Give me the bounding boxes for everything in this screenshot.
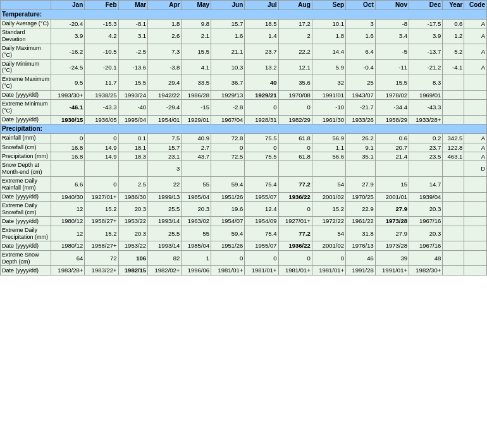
- cell-value: 1954/09: [245, 217, 278, 226]
- cell-value: 1973/28: [375, 241, 409, 250]
- cell-value: 0: [211, 143, 245, 152]
- cell-value: 32: [312, 75, 345, 91]
- table-row: Snowfall (cm)16.814.918.115.72.70001.19.…: [1, 143, 487, 152]
- cell-value: 54: [312, 226, 345, 241]
- cell-value: 463.1: [443, 152, 464, 160]
- cell-value: 19.6: [211, 201, 245, 217]
- cell-value: 22: [148, 176, 182, 192]
- cell-value: 15.2: [85, 201, 118, 217]
- cell-value: 1940/30: [51, 192, 85, 201]
- nov-header: Nov: [375, 1, 409, 10]
- table-row: Snow Depth at Month-end (cm)3D: [1, 161, 487, 177]
- feb-header: Feb: [85, 1, 118, 10]
- cell-value: [443, 241, 464, 250]
- cell-value: 2001/02: [312, 241, 345, 250]
- cell-value: 1958/27+: [85, 241, 118, 250]
- cell-value: [464, 192, 487, 201]
- cell-value: 1938/25: [85, 90, 118, 99]
- table-row: Rainfall (mm)000.17.540.972.875.561.856.…: [1, 134, 487, 143]
- cell-value: [85, 161, 118, 177]
- cell-value: 1936/22: [278, 241, 312, 250]
- cell-value: 1993/14: [148, 241, 182, 250]
- cell-value: -15.3: [85, 20, 118, 28]
- cell-value: 18.1: [118, 143, 148, 152]
- cell-value: 1981/01+: [211, 266, 245, 275]
- cell-value: 1.6: [211, 28, 245, 44]
- cell-value: A: [464, 44, 487, 59]
- cell-value: 20.3: [409, 226, 442, 241]
- cell-value: 18.5: [245, 20, 278, 28]
- cell-value: 10.1: [312, 20, 345, 28]
- cell-value: 1982/02+: [148, 266, 182, 275]
- table-row: Extreme Daily Rainfall (mm)6.602.5225559…: [1, 176, 487, 192]
- cell-value: 3.1: [118, 28, 148, 44]
- cell-value: 1970/25: [346, 192, 376, 201]
- cell-value: 1928/31: [245, 115, 278, 124]
- row-label: Date (yyyy/dd): [1, 90, 51, 99]
- cell-value: 1978/02: [375, 90, 409, 99]
- cell-value: -21.7: [346, 100, 376, 116]
- cell-value: 72: [85, 250, 118, 266]
- cell-value: 1927/01+: [85, 192, 118, 201]
- cell-value: 14.4: [312, 44, 345, 59]
- cell-value: [464, 241, 487, 250]
- cell-value: 56.9: [312, 134, 345, 143]
- cell-value: -2.5: [118, 44, 148, 59]
- cell-value: 106: [118, 250, 148, 266]
- cell-value: 6.4: [346, 44, 376, 59]
- cell-value: [464, 176, 487, 192]
- cell-value: -15: [182, 100, 211, 116]
- cell-value: 72.5: [211, 152, 245, 160]
- cell-value: 36.7: [211, 75, 245, 91]
- cell-value: 1936/05: [85, 115, 118, 124]
- cell-value: 11.7: [85, 75, 118, 91]
- table-row: Date (yyyy/dd)1993/30+1938/251993/241942…: [1, 90, 487, 99]
- cell-value: 77.2: [278, 226, 312, 241]
- cell-value: 1958/29: [375, 115, 409, 124]
- cell-value: 61.8: [278, 134, 312, 143]
- cell-value: -4.1: [443, 59, 464, 75]
- cell-value: 55: [182, 176, 211, 192]
- cell-value: [464, 100, 487, 116]
- cell-value: 1981/01+: [245, 266, 278, 275]
- dec-header: Dec: [409, 1, 442, 10]
- cell-value: 10.3: [211, 59, 245, 75]
- cell-value: 59.4: [211, 176, 245, 192]
- cell-value: [464, 115, 487, 124]
- cell-value: 1982/15: [118, 266, 148, 275]
- cell-value: 1929/01: [182, 115, 211, 124]
- cell-value: 29.4: [148, 75, 182, 91]
- cell-value: -8: [375, 20, 409, 28]
- cell-value: [118, 161, 148, 177]
- cell-value: 13.2: [245, 59, 278, 75]
- cell-value: 54: [312, 176, 345, 192]
- cell-value: 1963/02: [182, 217, 211, 226]
- cell-value: 1986/30: [118, 192, 148, 201]
- cell-value: 0: [278, 201, 312, 217]
- cell-value: 15.7: [211, 20, 245, 28]
- cell-value: [443, 226, 464, 241]
- cell-value: 1986/28: [182, 90, 211, 99]
- cell-value: 27.9: [375, 226, 409, 241]
- cell-value: 33.5: [182, 75, 211, 91]
- table-row: Extreme Daily Precipitation (mm)1215.220…: [1, 226, 487, 241]
- cell-value: 1973/28: [375, 217, 409, 226]
- cell-value: 1927/01+: [278, 217, 312, 226]
- table-row: Extreme Minimum (°C)-46.1-43.3-40-29.4-1…: [1, 100, 487, 116]
- jul-header: Jul: [245, 1, 278, 10]
- cell-value: 5.9: [312, 59, 345, 75]
- cell-value: 1.2: [443, 28, 464, 44]
- cell-value: [443, 250, 464, 266]
- cell-value: 0: [51, 134, 85, 143]
- cell-value: 9.5: [51, 75, 85, 91]
- cell-value: 40.9: [182, 134, 211, 143]
- cell-value: A: [464, 20, 487, 28]
- cell-value: 1967/04: [211, 115, 245, 124]
- cell-value: 43.7: [182, 152, 211, 160]
- cell-value: A: [464, 152, 487, 160]
- cell-value: 1929/21: [245, 90, 278, 99]
- cell-value: 0: [245, 143, 278, 152]
- cell-value: 15.5: [182, 44, 211, 59]
- cell-value: [346, 161, 376, 177]
- table-body: Temperature:Daily Average (°C)-20.4-15.3…: [1, 10, 487, 275]
